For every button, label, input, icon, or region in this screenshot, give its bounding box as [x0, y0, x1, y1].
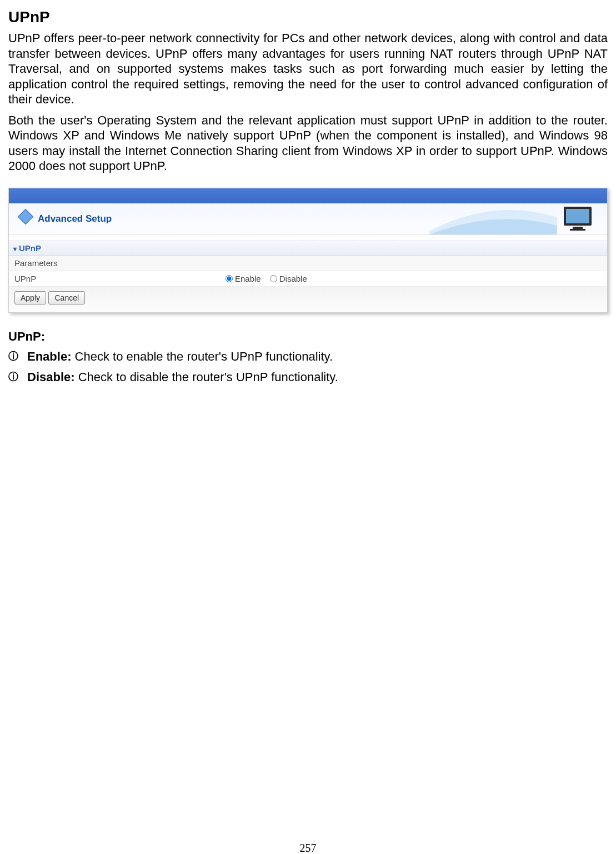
page-number: 257 [8, 842, 608, 855]
radio-enable-group[interactable]: Enable [226, 274, 261, 283]
cancel-button[interactable]: Cancel [48, 291, 85, 304]
upnp-field-label: UPnP [14, 274, 226, 283]
radio-enable-label: Enable [235, 274, 261, 283]
decorative-swoosh [429, 203, 557, 234]
upnp-setting-row: UPnP Enable Disable [9, 271, 607, 287]
monitor-icon [560, 206, 595, 231]
header-title: Advanced Setup [38, 213, 112, 224]
enable-desc: Check to enable the router's UPnP functi… [71, 349, 333, 363]
section-header-upnp[interactable]: UPnP [9, 241, 607, 256]
svg-rect-2 [573, 227, 583, 229]
header-banner: Advanced Setup [9, 203, 607, 235]
list-item-disable: Disable: Check to disable the router's U… [27, 368, 608, 386]
radio-enable[interactable] [226, 275, 233, 282]
enable-label: Enable: [27, 349, 71, 363]
radio-disable-group[interactable]: Disable [270, 274, 307, 283]
info-list: Enable: Check to enable the router's UPn… [8, 347, 608, 386]
button-row: Apply Cancel [9, 287, 607, 312]
router-ui-screenshot: Advanced Setup UPnP Parameters UPnP Enab… [8, 188, 608, 313]
intro-paragraph-2: Both the user's Operating System and the… [8, 113, 608, 174]
svg-rect-3 [570, 229, 585, 231]
radio-disable-label: Disable [279, 274, 307, 283]
apply-button[interactable]: Apply [14, 291, 46, 304]
cube-icon [18, 208, 33, 224]
page-title: UPnP [8, 8, 608, 26]
svg-rect-1 [566, 209, 589, 223]
parameters-label: Parameters [14, 258, 226, 268]
parameters-row: Parameters [9, 256, 607, 271]
list-item-enable: Enable: Check to enable the router's UPn… [27, 347, 608, 366]
upnp-subheading: UPnP: [8, 329, 608, 344]
disable-desc: Check to disable the router's UPnP funct… [75, 370, 338, 384]
intro-paragraph-1: UPnP offers peer-to-peer network connect… [8, 31, 608, 107]
radio-disable[interactable] [270, 275, 277, 282]
window-titlebar [9, 188, 607, 203]
disable-label: Disable: [27, 370, 75, 384]
